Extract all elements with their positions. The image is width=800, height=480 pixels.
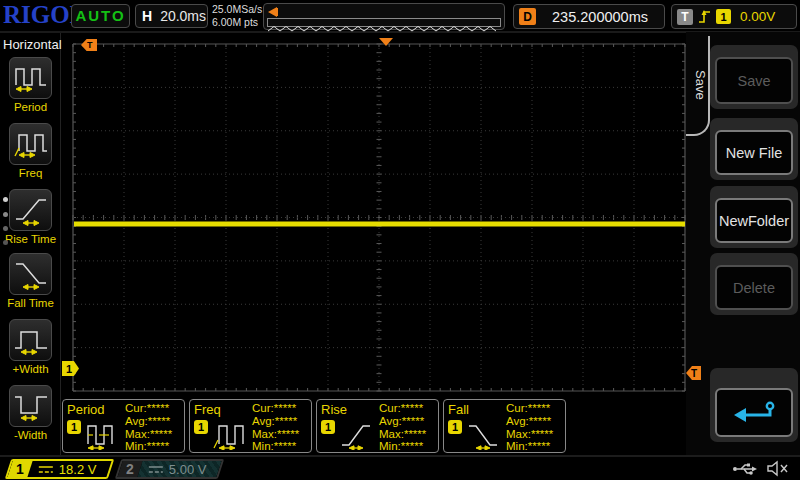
acquisition-info: 25.0MSa/s 6.00M pts — [212, 3, 262, 29]
menu-page-dot — [3, 197, 8, 202]
save-menu: Save Save New File NewFolder Delete — [686, 32, 800, 455]
max-row: Max:***** — [506, 428, 553, 441]
min-row: Min:***** — [252, 440, 299, 453]
avg-row: Avg:***** — [125, 415, 172, 428]
save-menu-tab: Save — [686, 36, 710, 136]
period-wave-icon — [84, 418, 122, 450]
cur-row: Cur:***** — [379, 402, 426, 415]
measurement-panel-freq[interactable]: Freq 1 Cur:***** Avg:***** Max:***** Min… — [189, 399, 312, 453]
top-bar: RIGOL AUTO H 20.0ms 25.0MSa/s 6.00M pts … — [0, 0, 800, 33]
menu-button-3[interactable]: Delete — [715, 265, 793, 310]
softkey-slot: NewFolder — [710, 186, 798, 248]
source-badge: 1 — [321, 420, 335, 434]
timebase-value: 20.0ms — [160, 8, 206, 24]
avg-row: Avg:***** — [252, 415, 299, 428]
return-arrow-icon — [726, 400, 782, 426]
menu-button-4[interactable] — [715, 388, 793, 437]
bottom-bar: 1 18.2 V 2 5.00 V — [0, 455, 800, 480]
horizontal-reference-marker[interactable] — [379, 38, 393, 46]
source-badge: 1 — [448, 420, 462, 434]
min-row: Min:***** — [379, 440, 426, 453]
max-row: Max:***** — [252, 428, 299, 441]
menu-button-1[interactable]: New File — [715, 130, 793, 175]
fall-wave-icon — [465, 418, 503, 450]
delay-box[interactable]: D 235.200000ms — [513, 4, 665, 29]
waveform-preview[interactable] — [263, 3, 505, 30]
ch1-trace[interactable] — [74, 222, 685, 227]
measure-menu: Horizontal Period — [0, 33, 61, 455]
avg-row: Avg:***** — [506, 415, 553, 428]
min-row: Min:***** — [125, 440, 172, 453]
rise-wave-icon — [338, 418, 376, 450]
menu-page-dot — [3, 212, 8, 217]
cur-row: Cur:***** — [506, 402, 553, 415]
softkey-slot — [710, 368, 798, 442]
delay-value: 235.200000ms — [536, 9, 664, 25]
fall-time-measure-icon[interactable] — [9, 253, 52, 295]
speaker-muted-icon — [766, 460, 790, 477]
measurement-panel-rise[interactable]: Rise 1 Cur:***** Avg:***** Max:***** Min… — [316, 399, 439, 453]
preview-waveform-icon — [268, 24, 500, 33]
trigger-level-value: 0.00V — [740, 9, 775, 24]
graticule — [60, 32, 688, 398]
trigger-label: T — [677, 9, 693, 25]
freq-wave-icon — [211, 418, 249, 450]
avg-row: Avg:***** — [379, 415, 426, 428]
source-badge: 1 — [194, 420, 208, 434]
menu-button-2[interactable]: NewFolder — [715, 198, 793, 243]
h-label: H — [142, 8, 152, 24]
horizontal-timebase-box[interactable]: H 20.0ms — [135, 4, 208, 28]
measure-menu-title: Horizontal — [3, 37, 62, 52]
period-measure-icon[interactable] — [9, 57, 52, 99]
channel1-scale: 18.2 V — [59, 462, 97, 477]
plus-width-measure-icon[interactable] — [9, 319, 52, 361]
trigger-source-badge: 1 — [716, 9, 731, 24]
delay-label: D — [519, 8, 536, 25]
rising-edge-icon — [698, 8, 711, 25]
oscilloscope-screen: T 1 T RIGOL AUTO H 20.0ms 25.0MSa/s 6.00… — [0, 0, 800, 480]
measurement-panel-fall[interactable]: Fall 1 Cur:***** Avg:***** Max:***** Min… — [443, 399, 566, 453]
channel2-status[interactable]: 2 5.00 V — [115, 459, 224, 479]
softkey-slot: Save — [710, 45, 798, 109]
softkey-slot: New File — [710, 118, 798, 180]
memory-waveform-window — [267, 18, 501, 27]
trigger-position-arrow-icon — [268, 7, 277, 17]
max-row: Max:***** — [379, 428, 426, 441]
rise-time-measure-icon[interactable] — [9, 189, 52, 231]
menu-button-0[interactable]: Save — [715, 57, 793, 104]
run-status-badge[interactable]: AUTO — [71, 4, 130, 28]
usb-icon — [732, 461, 758, 477]
dc-coupling-icon — [148, 464, 164, 475]
trigger-box[interactable]: T 1 0.00V — [671, 4, 797, 29]
channel2-scale: 5.00 V — [169, 462, 207, 477]
freq-measure-icon[interactable] — [9, 123, 52, 165]
cur-row: Cur:***** — [252, 402, 299, 415]
measurement-panel-period[interactable]: Period 1 Cur:***** Avg:***** Max:***** M… — [62, 399, 185, 453]
max-row: Max:***** — [125, 428, 172, 441]
minus-width-measure-icon[interactable] — [9, 385, 52, 427]
softkey-slot: Delete — [710, 253, 798, 315]
cur-row: Cur:***** — [125, 402, 172, 415]
menu-page-dot — [3, 240, 8, 245]
source-badge: 1 — [67, 420, 81, 434]
sample-rate: 25.0MSa/s — [212, 3, 262, 16]
channel1-status[interactable]: 1 18.2 V — [5, 459, 114, 479]
memory-depth: 6.00M pts — [212, 16, 262, 29]
menu-page-dot — [3, 226, 8, 231]
dc-coupling-icon — [38, 464, 54, 475]
min-row: Min:***** — [506, 440, 553, 453]
